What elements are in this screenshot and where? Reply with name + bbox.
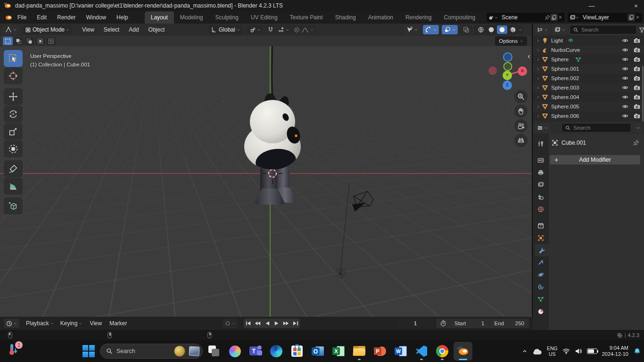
hide-eye-icon[interactable]	[622, 94, 628, 100]
object-name[interactable]: Sphere	[551, 57, 569, 62]
hide-eye-icon[interactable]	[622, 66, 628, 72]
copilot-icon[interactable]	[225, 342, 244, 361]
menu-view[interactable]: View	[77, 26, 99, 33]
render-visibility-icon[interactable]	[634, 75, 640, 82]
properties-editor-selector[interactable]	[535, 123, 550, 132]
remove-view-layer-icon[interactable]: ×	[635, 14, 640, 21]
tab-animation[interactable]: Animation	[362, 11, 399, 24]
play-reverse-button[interactable]	[263, 319, 272, 328]
shading-material-button[interactable]	[497, 25, 507, 34]
menu-window[interactable]: Window	[81, 11, 111, 24]
menu-help[interactable]: Help	[111, 11, 133, 24]
xray-toggle[interactable]	[461, 25, 472, 34]
tray-expand-icon[interactable]	[522, 349, 527, 354]
outliner-row-sphere[interactable]: Sphere	[533, 55, 644, 64]
render-visibility-icon[interactable]	[634, 113, 640, 119]
select-mode-invert-button[interactable]	[35, 37, 45, 45]
outliner-row-sphere-001[interactable]: Sphere.001	[533, 64, 644, 74]
shading-rendered-button[interactable]	[508, 25, 518, 34]
prev-keyframe-button[interactable]	[253, 319, 262, 328]
mode-selector[interactable]: Object Mode	[23, 25, 72, 34]
tab-physics[interactable]	[533, 269, 549, 281]
render-visibility-icon[interactable]	[634, 84, 640, 91]
menu-object[interactable]: Object	[144, 26, 170, 33]
tab-layout[interactable]: Layout	[145, 11, 174, 24]
snap-toggle[interactable]	[265, 25, 276, 34]
tab-view-layer[interactable]	[533, 179, 549, 191]
snap-settings[interactable]	[275, 25, 291, 34]
start-frame-field[interactable]: Start1	[449, 321, 489, 326]
zoom-view-button[interactable]	[514, 90, 528, 103]
blender-menu-icon[interactable]	[5, 14, 12, 21]
microsoft-store-icon[interactable]	[288, 342, 306, 361]
render-visibility-icon[interactable]	[634, 103, 640, 110]
expand-icon[interactable]	[537, 105, 540, 108]
render-visibility-icon[interactable]	[634, 47, 640, 53]
expand-icon[interactable]	[537, 115, 540, 118]
tool-select-box[interactable]	[4, 50, 23, 67]
tool-measure[interactable]	[4, 178, 23, 195]
outliner-display-mode[interactable]	[552, 25, 568, 34]
tab-shading[interactable]: Shading	[329, 11, 362, 24]
language-indicator[interactable]: ENG US	[547, 346, 558, 357]
render-visibility-icon[interactable]	[634, 66, 640, 72]
next-keyframe-button[interactable]	[281, 319, 290, 328]
options-button[interactable]: Options	[495, 36, 527, 46]
outliner-row-light[interactable]: Light	[533, 36, 644, 45]
start-button[interactable]	[79, 342, 98, 361]
teams-icon[interactable]: T	[246, 342, 265, 361]
show-overlays-toggle[interactable]	[442, 25, 458, 34]
object-name[interactable]: NurbsCurve	[551, 47, 580, 53]
tool-cursor[interactable]	[4, 67, 23, 84]
proportional-editing[interactable]	[291, 25, 316, 34]
object-name[interactable]: Sphere.002	[551, 75, 579, 81]
tab-constraints[interactable]	[533, 281, 549, 293]
tool-transform[interactable]	[4, 140, 23, 157]
notification-bell-icon[interactable]	[633, 347, 641, 355]
timeline-menu-playback[interactable]: Playback	[26, 320, 54, 327]
menu-add[interactable]: Add	[124, 26, 143, 33]
render-visibility-icon[interactable]	[634, 94, 640, 100]
new-view-layer-icon[interactable]	[627, 14, 635, 21]
select-mode-extend-button[interactable]	[14, 37, 24, 45]
object-name[interactable]: Sphere.003	[551, 85, 579, 90]
powerpoint-icon[interactable]: P	[371, 342, 389, 361]
taskbar-search[interactable]: Search	[100, 344, 203, 359]
wifi-icon[interactable]	[562, 347, 570, 355]
pan-view-button[interactable]	[514, 105, 528, 118]
shading-solid-button[interactable]	[487, 25, 496, 34]
navigation-gizmo[interactable]: X Y Z	[485, 50, 530, 93]
expand-icon[interactable]	[537, 49, 540, 52]
minimize-button[interactable]: —	[584, 0, 600, 11]
active-object-name[interactable]: Cube.001	[561, 140, 586, 146]
outliner-scrollbar[interactable]	[642, 66, 644, 122]
hide-eye-icon[interactable]	[622, 84, 628, 91]
battery-icon[interactable]	[587, 348, 597, 354]
pin-icon[interactable]	[545, 15, 550, 20]
sidebar-collapse-arrow[interactable]	[527, 54, 531, 59]
hide-eye-icon[interactable]	[622, 47, 628, 53]
orthographic-toggle-button[interactable]	[514, 134, 528, 147]
add-modifier-button[interactable]: + Add Modifier	[550, 155, 640, 165]
outliner-row-nurbscurve[interactable]: NurbsCurve	[533, 45, 644, 55]
tab-object-data[interactable]	[533, 293, 549, 305]
outliner-row-sphere-003[interactable]: Sphere.003	[533, 83, 644, 92]
tab-rendering[interactable]: Rendering	[399, 11, 438, 24]
end-frame-field[interactable]: End250	[489, 321, 529, 326]
timeline-menu-keying[interactable]: Keying	[60, 320, 83, 327]
tool-annotate[interactable]	[4, 160, 23, 177]
tab-particles[interactable]	[533, 256, 549, 269]
expand-icon[interactable]	[537, 86, 540, 90]
timeline-editor-selector[interactable]	[4, 319, 19, 328]
tool-scale[interactable]	[4, 123, 23, 140]
tab-tool[interactable]	[533, 138, 549, 150]
tab-modeling[interactable]: Modeling	[174, 11, 209, 24]
properties-search-input[interactable]: Search	[561, 123, 631, 132]
hide-eye-icon[interactable]	[622, 113, 628, 119]
weather-widget[interactable]: 1	[8, 343, 28, 360]
properties-options-dropdown[interactable]	[634, 123, 642, 132]
select-mode-new-button[interactable]	[3, 37, 13, 45]
timeline-menu-marker[interactable]: Marker	[109, 320, 127, 327]
expand-icon[interactable]	[537, 96, 540, 99]
outliner-search-input[interactable]: Search	[570, 25, 637, 34]
